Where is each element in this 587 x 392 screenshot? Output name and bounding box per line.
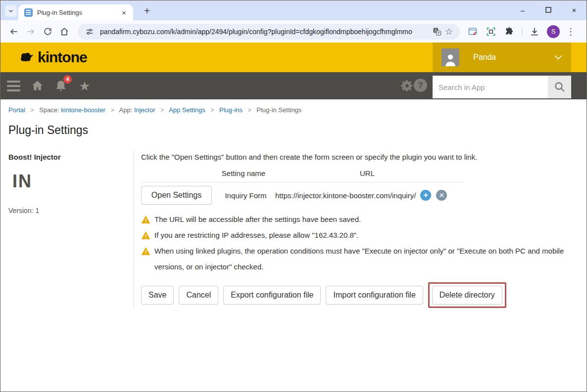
breadcrumb-separator: > — [210, 107, 214, 114]
toolbar-extensions-area: S ⋮ — [467, 25, 575, 38]
window-maximize-button[interactable] — [543, 4, 554, 15]
breadcrumb-separator: > — [160, 107, 164, 114]
user-menu[interactable]: Panda — [433, 43, 571, 72]
user-name: Panda — [473, 53, 496, 62]
plugin-settings-main: Click the "Open Settings" button and the… — [134, 151, 573, 308]
app-search — [433, 76, 571, 98]
plugin-name: Boost! Injector — [8, 153, 126, 161]
add-row-icon[interactable]: + — [420, 190, 431, 201]
user-avatar — [441, 48, 459, 66]
bookmark-star-icon[interactable]: ☆ — [443, 26, 455, 38]
home-icon[interactable] — [57, 24, 72, 39]
warning-text: When using linked plugins, the operation… — [154, 243, 573, 275]
column-header-setting-name: Setting name — [216, 169, 271, 177]
downloads-icon[interactable] — [529, 26, 540, 38]
favorites-star-icon[interactable]: ★ — [78, 79, 92, 93]
extensions-puzzle-icon[interactable] — [503, 26, 515, 38]
kintone-logo-text: kintone — [38, 49, 87, 66]
kintone-nav-bar: 4 ★ ? — [0, 72, 587, 99]
warning-item: The URL will be accessible after the set… — [141, 212, 573, 227]
user-chevron-down-icon — [554, 55, 562, 60]
notification-badge: 4 — [63, 75, 72, 84]
breadcrumb-app-settings[interactable]: App Settings — [169, 106, 205, 114]
fullscreen-icon[interactable] — [485, 26, 497, 38]
plugin-sidebar: Boost! Injector IN Version: 1 — [0, 151, 134, 308]
open-settings-button[interactable]: Open Settings — [141, 186, 212, 205]
browser-toolbar: pandafirm.cybozu.com/k/admin/app/2494/pl… — [0, 20, 587, 43]
page-content: Portal > Space: kintone-booster > App: I… — [0, 99, 587, 392]
breadcrumb-space-prefix: Space: — [39, 106, 59, 114]
help-icon[interactable]: ? — [414, 79, 427, 92]
warning-triangle-icon — [141, 247, 150, 256]
browser-tab[interactable]: Plug-in Settings × — [18, 4, 133, 20]
notifications-bell-icon[interactable]: 4 — [54, 79, 68, 93]
kintone-logo[interactable]: kintone — [19, 49, 87, 66]
table-header: Setting name URL — [141, 169, 464, 182]
plugin-logo: IN — [12, 171, 126, 192]
warning-triangle-icon — [141, 215, 150, 224]
page-title: Plug-in Settings — [8, 124, 579, 137]
breadcrumb-portal[interactable]: Portal — [8, 106, 25, 114]
warning-text: The URL will be accessible after the set… — [154, 212, 361, 227]
browser-menu-icon[interactable]: ⋮ — [566, 26, 575, 37]
portal-home-icon[interactable] — [30, 79, 44, 93]
import-configuration-button[interactable]: Import configuration file — [326, 286, 423, 305]
export-configuration-button[interactable]: Export configuration file — [223, 286, 321, 305]
warning-text: If you are restricting IP addresses, ple… — [154, 227, 358, 243]
url-text: pandafirm.cybozu.com/k/admin/app/2494/pl… — [100, 28, 431, 36]
column-header-url: URL — [271, 169, 464, 177]
hamburger-menu-icon[interactable] — [7, 81, 20, 91]
person-icon — [443, 52, 457, 66]
delete-directory-button[interactable]: Delete directory — [432, 286, 502, 305]
tab-favicon-list-icon — [24, 8, 33, 17]
breadcrumb: Portal > Space: kintone-booster > App: I… — [0, 99, 587, 114]
breadcrumb-current: Plug-in Settings — [256, 106, 301, 114]
site-settings-icon[interactable] — [84, 26, 96, 38]
breadcrumb-separator: > — [111, 107, 114, 114]
search-button[interactable] — [548, 76, 571, 98]
plugin-version: Version: 1 — [8, 207, 126, 215]
settings-gear-icon[interactable] — [400, 79, 414, 92]
remove-row-icon[interactable]: ✕ — [436, 190, 447, 201]
side-panel-icon[interactable] — [467, 26, 479, 38]
reload-icon[interactable] — [40, 24, 55, 39]
new-tab-button[interactable]: + — [141, 5, 153, 17]
address-bar[interactable]: pandafirm.cybozu.com/k/admin/app/2494/pl… — [78, 24, 460, 40]
back-icon[interactable] — [6, 24, 21, 39]
warning-item: When using linked plugins, the operation… — [141, 243, 573, 275]
tab-close-icon[interactable]: × — [120, 8, 128, 17]
breadcrumb-space[interactable]: kintone-booster — [61, 106, 105, 114]
breadcrumb-plugins[interactable]: Plug-ins — [219, 106, 243, 114]
window-minimize-button[interactable]: – — [517, 4, 528, 15]
setting-name-cell: Inquiry Form — [216, 191, 275, 200]
kintone-header: kintone Panda — [0, 43, 587, 72]
breadcrumb-separator: > — [248, 107, 251, 114]
breadcrumb-separator: > — [31, 107, 34, 114]
window-close-button[interactable]: × — [569, 4, 580, 15]
breadcrumb-app-prefix: App: — [119, 106, 133, 114]
search-icon — [554, 81, 566, 93]
tab-search-chevron-icon[interactable] — [5, 5, 17, 17]
table-row: Open Settings Inquiry Form https://injec… — [141, 186, 464, 205]
cancel-button[interactable]: Cancel — [179, 286, 218, 305]
warning-item: If you are restricting IP addresses, ple… — [141, 227, 573, 243]
kintone-cloud-icon — [19, 51, 35, 64]
translate-icon[interactable]: A — [431, 26, 443, 38]
search-input[interactable] — [433, 76, 548, 98]
window-controls: – × — [517, 4, 580, 15]
action-buttons: Save Cancel Export configuration file Im… — [141, 282, 573, 308]
url-cell: https://injector.kintone-booster.com/inq… — [275, 191, 416, 200]
settings-table: Setting name URL Open Settings Inquiry F… — [141, 169, 464, 205]
breadcrumb-app[interactable]: Injector — [134, 106, 155, 114]
warning-list: The URL will be accessible after the set… — [141, 212, 573, 275]
browser-profile-avatar[interactable]: S — [547, 25, 560, 38]
browser-window: Plug-in Settings × + – × pandafirm.cyboz… — [0, 0, 587, 392]
save-button[interactable]: Save — [141, 286, 174, 305]
tab-title: Plug-in Settings — [37, 9, 120, 16]
forward-icon[interactable] — [23, 24, 38, 39]
annotation-highlight-box: Delete directory — [428, 282, 506, 308]
toolbar-divider — [522, 27, 522, 36]
instruction-text: Click the "Open Settings" button and the… — [141, 153, 573, 161]
browser-tab-strip: Plug-in Settings × + – × — [0, 0, 587, 20]
warning-triangle-icon — [141, 231, 150, 240]
